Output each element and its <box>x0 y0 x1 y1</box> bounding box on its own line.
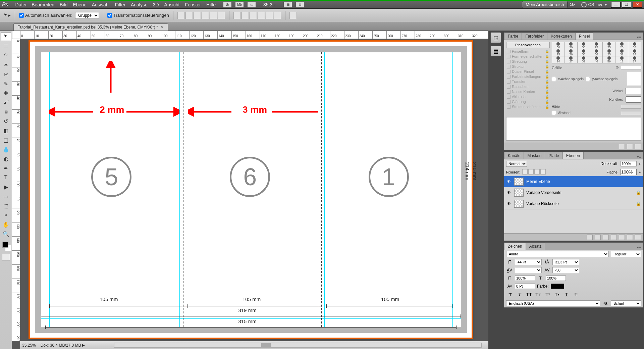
menu-analysis[interactable]: Analyse <box>128 1 150 8</box>
dist-hcenter-icon[interactable] <box>266 12 273 19</box>
underline-icon[interactable]: T <box>563 292 570 298</box>
brush-option[interactable]: Formeigenschaften🔒 <box>507 54 549 58</box>
toggle-preview-icon[interactable] <box>619 144 625 149</box>
new-layer-icon[interactable] <box>627 235 633 240</box>
move-tool[interactable] <box>1 32 11 41</box>
spacing-checkbox[interactable] <box>552 111 556 115</box>
roundness-input[interactable] <box>626 96 641 103</box>
brush-tool[interactable]: 🖌 <box>1 98 11 107</box>
angle-widget[interactable] <box>627 72 641 86</box>
brush-tip[interactable]: 27 <box>565 56 577 63</box>
align-hcenter-icon[interactable] <box>210 12 217 19</box>
language-select[interactable]: Englisch (USA) <box>506 300 600 306</box>
menu-help[interactable]: Hilfe <box>204 1 218 8</box>
tab-farbe[interactable]: Farbe <box>504 33 522 40</box>
blur-tool[interactable]: 💧 <box>1 145 11 154</box>
adjustment-icon[interactable] <box>611 235 617 240</box>
layers-menu-icon[interactable]: ▾≡ <box>635 155 643 159</box>
visibility-icon[interactable]: 👁 <box>506 179 512 184</box>
tab-farbfelder[interactable]: Farbfelder <box>522 33 547 40</box>
brush-tip[interactable]: 25 <box>590 42 603 49</box>
align-bottom-icon[interactable] <box>194 12 201 19</box>
dist-top-icon[interactable] <box>233 12 241 19</box>
lasso-tool[interactable] <box>1 51 11 60</box>
blend-mode-select[interactable]: Normal <box>506 161 527 167</box>
tab-ebenen[interactable]: Ebenen <box>562 152 584 159</box>
align-vcenter-icon[interactable] <box>185 12 193 19</box>
tab-absatz[interactable]: Absatz <box>526 243 545 250</box>
delete-layer-icon[interactable] <box>635 235 641 240</box>
color-swatches[interactable] <box>1 241 11 251</box>
window-min-icon[interactable]: — <box>611 2 621 8</box>
3d-tool[interactable]: ⬚ <box>1 201 11 210</box>
trash-icon[interactable] <box>635 144 641 149</box>
angle-input[interactable] <box>626 88 641 94</box>
brush-tip[interactable]: 36 <box>565 49 577 56</box>
brush-tip[interactable]: 46 <box>590 56 603 63</box>
font-family-select[interactable]: Allura <box>506 251 609 257</box>
menu-view[interactable]: Ansicht <box>162 1 182 8</box>
dist-bottom-icon[interactable] <box>250 12 257 19</box>
dock-actions-icon[interactable]: ▤ <box>490 46 501 56</box>
layer-thumb[interactable] <box>514 189 524 197</box>
text-color-swatch[interactable] <box>551 284 564 289</box>
menu-select[interactable]: Auswahl <box>89 1 112 8</box>
brush-option[interactable]: Transfer🔒 <box>507 80 549 84</box>
zoom-tool[interactable]: 🔍 <box>1 230 11 238</box>
align-left-icon[interactable] <box>202 12 209 19</box>
align-right-icon[interactable] <box>218 12 225 19</box>
ruler-vertical[interactable]: 0102030405060708090100110120130140150160… <box>12 39 20 341</box>
visibility-icon[interactable]: 👁 <box>506 201 512 206</box>
brush-option[interactable]: Dualer Pinsel🔒 <box>507 69 549 73</box>
dist-left-icon[interactable] <box>258 12 265 19</box>
brush-tip[interactable]: 30 <box>578 42 590 49</box>
superscript-icon[interactable]: T¹ <box>544 292 551 298</box>
brush-option[interactable]: Glättung🔒 <box>507 100 549 104</box>
allcaps-icon[interactable]: TT <box>526 292 532 298</box>
brush-tip[interactable]: 25 <box>603 49 615 56</box>
tab-masken[interactable]: Masken <box>524 152 545 159</box>
char-menu-icon[interactable]: ▾≡ <box>635 245 643 250</box>
brush-option[interactable]: Nasse Kanten🔒 <box>507 90 549 94</box>
opacity-input[interactable] <box>621 161 637 166</box>
brush-tip[interactable]: 25 <box>615 42 628 49</box>
path-select-tool[interactable]: ▶ <box>1 183 11 191</box>
move-tool-icon[interactable]: ▸ <box>3 12 11 19</box>
baseline-input[interactable] <box>515 284 535 289</box>
brush-tip[interactable]: 25 <box>552 49 565 56</box>
font-size-input[interactable]: 44 Pt <box>515 259 542 265</box>
menu-3d[interactable]: 3D <box>150 1 162 8</box>
brush-tip[interactable]: 36 <box>628 42 641 49</box>
stamp-tool[interactable]: ⧈ <box>1 107 11 116</box>
brush-tip[interactable]: 14 <box>628 49 641 56</box>
window-close-icon[interactable]: ✕ <box>633 2 642 8</box>
align-top-icon[interactable] <box>177 12 185 19</box>
visibility-icon[interactable]: 👁 <box>506 190 512 195</box>
brush-tip[interactable]: 17 <box>628 56 641 63</box>
font-style-select[interactable]: Regular <box>611 251 641 257</box>
hardness-slider[interactable] <box>621 105 641 109</box>
canvas-viewport[interactable]: 2 mm 3 mm 5 6 <box>20 39 488 341</box>
brush-tip[interactable]: 30 <box>552 42 565 49</box>
brush-option[interactable]: Struktur🔒 <box>507 64 549 68</box>
brush-tip[interactable]: 30 <box>565 42 577 49</box>
eyedropper-tool[interactable]: ✎ <box>1 79 11 88</box>
layer-row[interactable]: 👁Meine Ebene <box>504 176 643 187</box>
dock-history-icon[interactable]: ◳ <box>490 32 501 43</box>
transform-controls-checkbox[interactable]: Transformationssteuerungen <box>107 13 169 18</box>
brush-option[interactable]: Pinselform🔒 <box>507 49 549 53</box>
eraser-tool[interactable]: ◧ <box>1 126 11 135</box>
brush-option[interactable]: Struktur schützen🔒 <box>507 105 549 109</box>
brush-presets-button[interactable]: Pinselvorgaben <box>506 42 550 48</box>
vscale-input[interactable] <box>515 276 535 281</box>
bold-icon[interactable]: T <box>507 292 514 298</box>
distribute-icons[interactable] <box>233 12 281 19</box>
brush-tip[interactable]: 24 <box>552 56 565 63</box>
pen-tool[interactable]: ✒ <box>1 164 11 172</box>
cslive-button[interactable]: CS Live▾ <box>581 2 607 7</box>
menu-window[interactable]: Fenster <box>182 1 204 8</box>
tab-pinsel[interactable]: Pinsel <box>575 33 594 40</box>
brush-option[interactable]: Streuung🔒 <box>507 59 549 63</box>
auto-align-icon[interactable] <box>289 12 297 19</box>
minibridge-icon[interactable]: Mb <box>235 2 244 8</box>
